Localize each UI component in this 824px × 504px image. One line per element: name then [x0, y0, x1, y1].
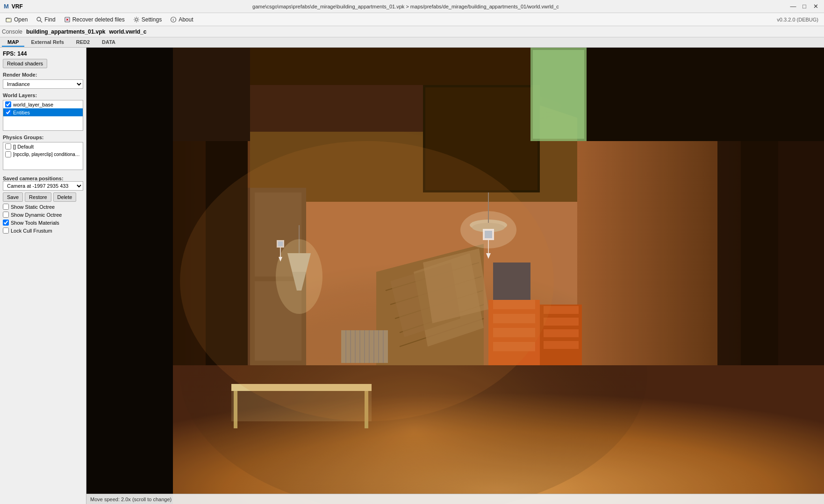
scene-svg: [86, 48, 824, 504]
find-label: Find: [44, 16, 55, 23]
show-tools-materials-row[interactable]: Show Tools Materials: [3, 220, 83, 226]
show-static-octree-row[interactable]: Show Static Octree: [3, 204, 83, 210]
physics-item-default[interactable]: [] Default: [3, 142, 83, 150]
show-tools-materials-checkbox[interactable]: [3, 220, 9, 226]
main-layout: FPS: 144 Reload shaders Render Mode: Irr…: [0, 48, 824, 504]
open-icon: [6, 16, 12, 23]
console-row: Console building_appartments_01.vpk worl…: [0, 26, 824, 37]
render-mode-label: Render Mode:: [3, 72, 83, 78]
title-bar-left: M VRF: [4, 3, 23, 10]
world-layer-item-base[interactable]: world_layer_base: [3, 100, 83, 108]
settings-label: Settings: [142, 16, 162, 23]
nav-tabs: MAP External Refs RED2 DATA: [0, 37, 824, 48]
svg-line-2: [40, 21, 42, 22]
open-button[interactable]: Open: [2, 14, 31, 25]
svg-text:i: i: [173, 18, 174, 22]
world-layer-entities-label: Entities: [13, 110, 30, 115]
fps-value: 144: [17, 50, 27, 57]
maximize-button[interactable]: □: [800, 2, 809, 11]
recover-button[interactable]: Recover deleted files: [60, 14, 129, 25]
about-button[interactable]: i About: [166, 14, 197, 25]
move-speed-label: Move speed: 2.0x (scroll to change): [90, 497, 172, 502]
delete-camera-button[interactable]: Delete: [53, 192, 77, 202]
find-button[interactable]: Find: [32, 14, 59, 25]
show-static-octree-checkbox[interactable]: [3, 204, 9, 210]
console-file1: building_appartments_01.vpk: [26, 28, 105, 35]
world-layers-label: World Layers:: [3, 92, 83, 98]
title-bar: M VRF game\csgo\maps\prefabs\de_mirage\b…: [0, 0, 824, 13]
app-title: VRF: [12, 3, 23, 10]
svg-point-1: [37, 17, 41, 21]
show-tools-materials-label: Show Tools Materials: [11, 220, 59, 226]
physics-default-checkbox[interactable]: [5, 143, 11, 149]
lock-cull-frustum-checkbox[interactable]: [3, 227, 9, 234]
restore-camera-button[interactable]: Restore: [25, 192, 51, 202]
title-bar-controls: — □ ✕: [788, 2, 820, 11]
tab-map[interactable]: MAP: [2, 38, 24, 47]
recover-label: Recover deleted files: [72, 16, 125, 23]
tab-data[interactable]: DATA: [96, 38, 121, 47]
render-mode-select[interactable]: Irradiance: [3, 79, 83, 89]
about-label: About: [179, 16, 193, 23]
physics-default-label: [] Default: [13, 144, 34, 149]
version-label: v0.3.2.0 (DEBUG): [777, 17, 822, 22]
toolbar: Open Find Recover deleted files Settings…: [0, 13, 824, 26]
find-icon: [36, 16, 43, 23]
left-panel: FPS: 144 Reload shaders Render Mode: Irr…: [0, 48, 86, 504]
world-layer-base-checkbox[interactable]: [5, 101, 11, 107]
tab-red2[interactable]: RED2: [71, 38, 95, 47]
recover-icon: [64, 16, 71, 23]
svg-rect-89: [86, 48, 824, 504]
title-path-text: game\csgo\maps\prefabs\de_mirage\buildin…: [252, 4, 559, 9]
svg-rect-0: [6, 18, 11, 22]
physics-npcclip-label: [npcclip, playerclip] conditionallysolid: [13, 152, 81, 157]
console-file2: world.vwrld_c: [109, 28, 146, 35]
camera-positions-label: Saved camera positions:: [3, 176, 83, 181]
world-layers-empty: [3, 116, 83, 130]
svg-marker-90: [86, 48, 173, 504]
world-layer-entities-checkbox[interactable]: [5, 109, 11, 115]
fps-label: FPS:: [3, 50, 15, 57]
camera-section: Saved camera positions: Camera at -1997 …: [3, 174, 83, 202]
viewport-scene: [86, 48, 824, 504]
tab-external-refs[interactable]: External Refs: [25, 38, 69, 47]
about-icon: i: [170, 16, 177, 23]
physics-npcclip-checkbox[interactable]: [5, 151, 11, 157]
console-label: Console: [2, 28, 22, 35]
lock-cull-frustum-label: Lock Cull Frustum: [11, 228, 52, 234]
lock-cull-frustum-row[interactable]: Lock Cull Frustum: [3, 227, 83, 234]
app-icon: M: [4, 3, 9, 10]
reload-shaders-button[interactable]: Reload shaders: [3, 59, 47, 68]
close-button[interactable]: ✕: [811, 2, 820, 11]
save-camera-button[interactable]: Save: [3, 192, 23, 202]
settings-button[interactable]: Settings: [129, 14, 165, 25]
show-dynamic-octree-label: Show Dynamic Octree: [11, 212, 62, 218]
physics-list: [] Default [npcclip, playerclip] conditi…: [3, 142, 83, 170]
settings-icon: [133, 16, 140, 23]
world-layers-list: world_layer_base Entities: [3, 100, 83, 131]
status-bar: Move speed: 2.0x (scroll to change): [86, 494, 824, 504]
open-label: Open: [14, 16, 28, 23]
camera-select[interactable]: Camera at -1997 2935 433: [3, 181, 83, 191]
physics-groups-label: Physics Groups:: [3, 135, 83, 140]
world-layer-base-label: world_layer_base: [13, 102, 53, 107]
title-path: game\csgo\maps\prefabs\de_mirage\buildin…: [23, 4, 788, 9]
camera-buttons: Save Restore Delete: [3, 192, 83, 202]
svg-point-4: [135, 18, 137, 21]
show-dynamic-octree-row[interactable]: Show Dynamic Octree: [3, 212, 83, 218]
minimize-button[interactable]: —: [788, 2, 798, 11]
world-layer-item-entities[interactable]: Entities: [3, 108, 83, 116]
viewport[interactable]: Move speed: 2.0x (scroll to change): [86, 48, 824, 504]
show-static-octree-label: Show Static Octree: [11, 204, 55, 210]
fps-row: FPS: 144: [3, 50, 83, 57]
show-dynamic-octree-checkbox[interactable]: [3, 212, 9, 218]
physics-item-npcclip[interactable]: [npcclip, playerclip] conditionallysolid: [3, 150, 83, 158]
